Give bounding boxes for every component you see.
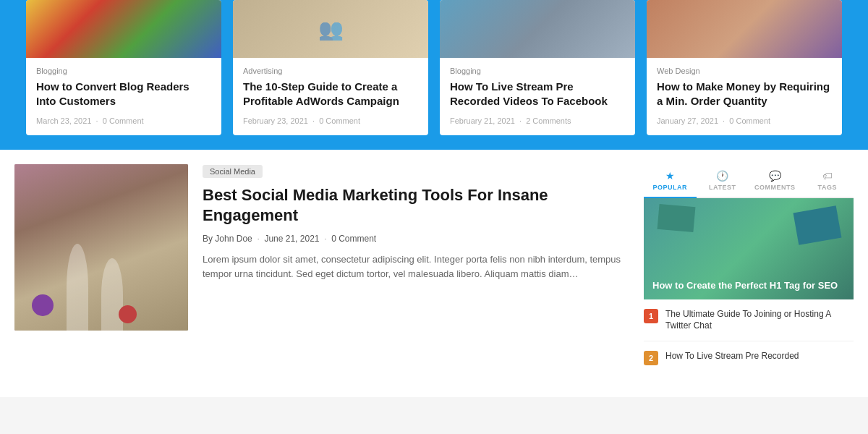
- comments-label: COMMENTS: [754, 184, 796, 191]
- card-1[interactable]: Blogging How to Convert Blog Readers Int…: [26, 0, 221, 135]
- top-section: Blogging How to Convert Blog Readers Int…: [0, 0, 868, 150]
- article-tag[interactable]: Social Media: [203, 165, 263, 178]
- article-date: June 21, 2021: [264, 234, 319, 244]
- decoration-ornament-2: [119, 305, 137, 323]
- card-2[interactable]: Advertising The 10-Step Guide to Create …: [233, 0, 428, 135]
- main-article: Social Media Best Social Media Marketing…: [14, 164, 629, 383]
- card-title-1: How to Convert Blog Readers Into Custome…: [36, 80, 211, 109]
- by-label: By: [203, 234, 213, 244]
- popular-icon: ★: [665, 170, 675, 182]
- sidebar-list-item-1[interactable]: 1 The Ultimate Guide To Joining or Hosti…: [644, 308, 854, 342]
- card-meta-4: January 27, 2021 · 0 Comment: [657, 116, 832, 125]
- latest-icon: 🕐: [716, 170, 728, 182]
- sidebar-tab-latest[interactable]: 🕐 LATEST: [697, 164, 749, 197]
- cards-row: Blogging How to Convert Blog Readers Int…: [14, 0, 854, 135]
- article-image: [14, 164, 188, 331]
- tags-label: TAGS: [818, 184, 837, 191]
- article-title: Best Social Media Marketing Tools For In…: [203, 185, 629, 226]
- card-image-3: [440, 0, 635, 58]
- sidebar-num-2: 2: [644, 351, 658, 365]
- card-title-3: How To Live Stream Pre Recorded Videos T…: [450, 80, 625, 109]
- card-4[interactable]: Web Design How to Make Money by Requirin…: [647, 0, 842, 135]
- sidebar-featured-title: How to Create the Perfect H1 Tag for SEO: [652, 280, 845, 292]
- sidebar-tab-popular[interactable]: ★ POPULAR: [644, 164, 697, 198]
- card-body-1: Blogging How to Convert Blog Readers Int…: [26, 58, 221, 135]
- card-image-1: [26, 0, 221, 58]
- card-meta-1: March 23, 2021 · 0 Comment: [36, 116, 211, 125]
- article-byline: By John Doe · June 21, 2021 · 0 Comment: [203, 234, 629, 244]
- sidebar: ★ POPULAR 🕐 LATEST 💬 COMMENTS 🏷 TAGS How…: [644, 164, 854, 383]
- decoration-wine-glass-1: [67, 244, 88, 331]
- article-author[interactable]: John Doe: [215, 234, 252, 244]
- sidebar-tab-comments[interactable]: 💬 COMMENTS: [749, 164, 801, 197]
- sidebar-list-item-2[interactable]: 2 How To Live Stream Pre Recorded: [644, 350, 854, 374]
- article-excerpt: Lorem ipsum dolor sit amet, consectetur …: [203, 252, 629, 283]
- comments-icon: 💬: [769, 170, 781, 182]
- bottom-section: Social Media Best Social Media Marketing…: [0, 150, 868, 398]
- card-image-2: [233, 0, 428, 58]
- card-image-4: [647, 0, 842, 58]
- article-comments: 0 Comment: [331, 234, 376, 244]
- card-body-3: Blogging How To Live Stream Pre Recorded…: [440, 58, 635, 135]
- card-title-2: The 10-Step Guide to Create a Profitable…: [243, 80, 418, 109]
- latest-label: LATEST: [709, 184, 736, 191]
- sidebar-list: 1 The Ultimate Guide To Joining or Hosti…: [644, 308, 854, 375]
- card-category-4: Web Design: [657, 67, 832, 75]
- card-meta-2: February 23, 2021 · 0 Comment: [243, 116, 418, 125]
- card-meta-3: February 21, 2021 · 2 Comments: [450, 116, 625, 125]
- card-body-4: Web Design How to Make Money by Requirin…: [647, 58, 842, 135]
- sidebar-list-title-2: How To Live Stream Pre Recorded: [665, 350, 799, 362]
- sidebar-featured[interactable]: How to Create the Perfect H1 Tag for SEO: [644, 198, 854, 299]
- decoration-ornament-1: [32, 294, 54, 316]
- sidebar-num-1: 1: [644, 309, 658, 323]
- sidebar-list-title-1: The Ultimate Guide To Joining or Hosting…: [665, 308, 854, 333]
- card-title-4: How to Make Money by Requiring a Min. Or…: [657, 80, 832, 109]
- sidebar-tabs: ★ POPULAR 🕐 LATEST 💬 COMMENTS 🏷 TAGS: [644, 164, 854, 198]
- card-3[interactable]: Blogging How To Live Stream Pre Recorded…: [440, 0, 635, 135]
- tags-icon: 🏷: [822, 170, 833, 182]
- popular-label: POPULAR: [652, 184, 687, 191]
- sidebar-tab-tags[interactable]: 🏷 TAGS: [801, 164, 854, 197]
- card-category-3: Blogging: [450, 67, 625, 75]
- card-category-1: Blogging: [36, 67, 211, 75]
- card-category-2: Advertising: [243, 67, 418, 75]
- sidebar-featured-overlay: How to Create the Perfect H1 Tag for SEO: [644, 273, 854, 299]
- card-body-2: Advertising The 10-Step Guide to Create …: [233, 58, 428, 135]
- article-content: Social Media Best Social Media Marketing…: [203, 164, 629, 383]
